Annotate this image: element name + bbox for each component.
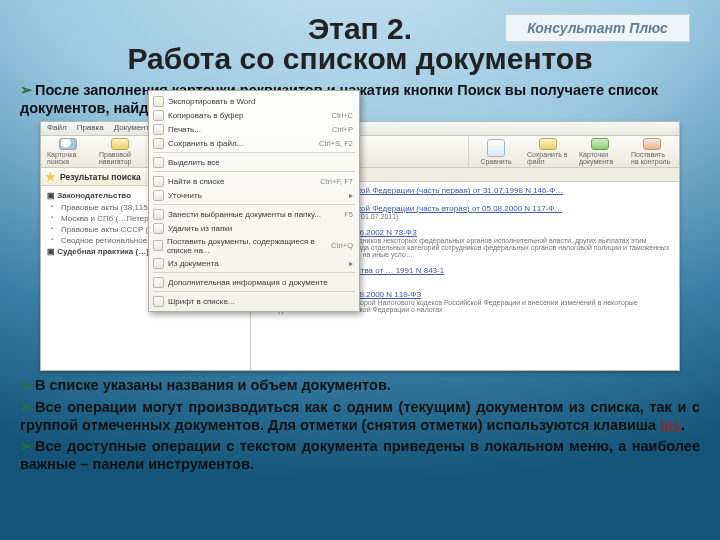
menu-item-icon bbox=[153, 176, 164, 187]
context-menu-item[interactable]: Занести выбранные документы в папку...F5 bbox=[149, 207, 359, 221]
context-menu-item[interactable]: Уточнить▸ bbox=[149, 188, 359, 202]
context-menu-item[interactable]: Экспортировать в Word bbox=[149, 94, 359, 108]
toolbar-button[interactable]: Карточки документа bbox=[579, 138, 621, 165]
menu-item-icon bbox=[153, 223, 164, 234]
toolbar-icon bbox=[591, 138, 609, 150]
menu-item[interactable]: Документ bbox=[114, 123, 150, 134]
menu-item-icon bbox=[153, 124, 164, 135]
app-screenshot: ФайлПравкаДокументСервисОкнаПомощьО Комп… bbox=[40, 121, 680, 371]
ins-key: Ins bbox=[660, 417, 681, 433]
menubar[interactable]: ФайлПравкаДокументСервисОкнаПомощьО Комп… bbox=[41, 122, 679, 136]
toolbar-button[interactable]: Правовой навигатор bbox=[99, 138, 141, 165]
toolbar: Карточка поискаПравовой навигаторКодексы… bbox=[41, 136, 679, 168]
menu-item-icon bbox=[153, 190, 164, 201]
toolbar-icon bbox=[487, 139, 505, 157]
context-menu-item[interactable]: Печать...Ctrl+P bbox=[149, 122, 359, 136]
note-1: ➢В списке указаны названия и объем докум… bbox=[20, 377, 700, 395]
context-menu-item[interactable]: Дополнительная информация о документе bbox=[149, 275, 359, 289]
toolbar-icon bbox=[539, 138, 557, 150]
menu-item-icon bbox=[153, 209, 164, 220]
bullet-icon: ➢ bbox=[20, 399, 35, 415]
menu-item-icon bbox=[153, 258, 164, 269]
context-menu-item[interactable]: Копировать в буферCtrl+C bbox=[149, 108, 359, 122]
menu-item[interactable]: Файл bbox=[47, 123, 67, 134]
context-menu-item[interactable]: Сохранить в файл...Ctrl+S, F2 bbox=[149, 136, 359, 150]
toolbar-button[interactable]: Сравнить bbox=[475, 138, 517, 165]
toolbar-button[interactable]: Сохранить в файл bbox=[527, 138, 569, 165]
menu-item-icon bbox=[153, 138, 164, 149]
menu-item-icon bbox=[153, 110, 164, 121]
menu-item-icon bbox=[153, 296, 164, 307]
note-2: ➢Все операции могут производиться как с … bbox=[20, 399, 700, 434]
toolbar-icon bbox=[59, 138, 77, 150]
bullet-icon: ➢ bbox=[20, 377, 35, 393]
context-menu-item[interactable]: Найти в спискеCtrl+F, F7 bbox=[149, 174, 359, 188]
menu-item-icon bbox=[153, 157, 164, 168]
note-3: ➢Все доступные операции с текстом докуме… bbox=[20, 438, 700, 473]
intro-paragraph: ➢После заполнения карточки реквизитов и … bbox=[20, 82, 700, 117]
toolbar-icon bbox=[643, 138, 661, 150]
context-menu-item[interactable]: Поставить документы, содержащиеся в спис… bbox=[149, 235, 359, 256]
toolbar-button[interactable]: Поставить на контроль bbox=[631, 138, 673, 165]
menu-item-icon bbox=[153, 277, 164, 288]
menu-item[interactable]: Правка bbox=[77, 123, 104, 134]
context-menu-item[interactable]: Удалить из папки bbox=[149, 221, 359, 235]
menu-item-icon bbox=[153, 240, 163, 251]
bullet-icon: ➢ bbox=[20, 82, 35, 98]
context-menu[interactable]: Экспортировать в WordКопировать в буферC… bbox=[148, 90, 360, 312]
toolbar-icon bbox=[111, 138, 129, 150]
menu-item-icon bbox=[153, 96, 164, 107]
brand-box: Консультант Плюс bbox=[505, 14, 690, 42]
slide-title: Работа со списком документов bbox=[20, 42, 700, 76]
context-menu-item[interactable]: Шрифт в списке... bbox=[149, 294, 359, 308]
context-menu-item[interactable]: Выделить все bbox=[149, 155, 359, 169]
star-icon bbox=[45, 171, 56, 182]
context-menu-item[interactable]: Из документа▸ bbox=[149, 256, 359, 270]
toolbar-button[interactable]: Карточка поиска bbox=[47, 138, 89, 165]
bullet-icon: ➢ bbox=[20, 438, 35, 454]
